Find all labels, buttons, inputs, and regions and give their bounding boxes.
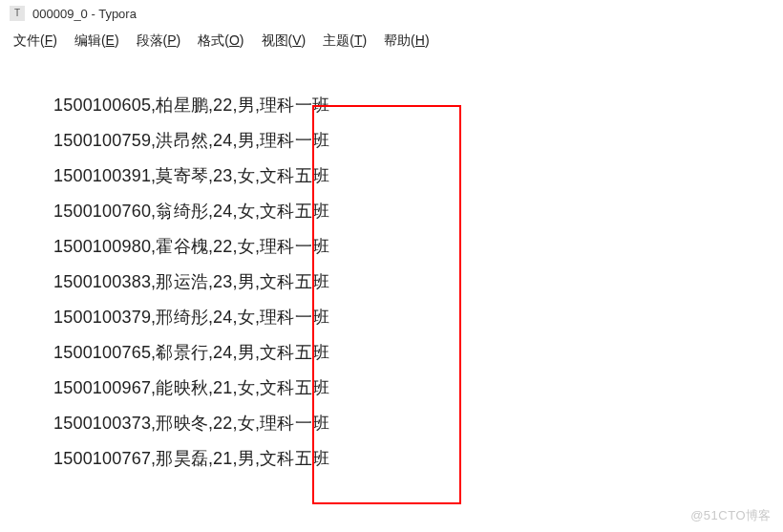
menubar: 文件(F) 编辑(E) 段落(P) 格式(O) 视图(V) 主题(T) 帮助(H… <box>0 27 783 59</box>
menu-file[interactable]: 文件(F) <box>13 32 57 50</box>
text-line[interactable]: 1500100767,那昊磊,21,男,文科五班 <box>53 441 783 477</box>
menu-edit[interactable]: 编辑(E) <box>74 32 119 50</box>
text-line[interactable]: 1500100765,郗景行,24,男,文科五班 <box>53 335 783 371</box>
menu-view[interactable]: 视图(V) <box>262 32 307 50</box>
editor-area[interactable]: 1500100605,柏星鹏,22,男,理科一班 1500100759,洪昂然,… <box>0 59 783 477</box>
text-line[interactable]: 1500100391,莫寄琴,23,女,文科五班 <box>53 159 783 194</box>
watermark: @51CTO博客 <box>690 507 772 524</box>
menu-help[interactable]: 帮助(H) <box>384 32 429 50</box>
menu-format[interactable]: 格式(O) <box>198 32 243 50</box>
text-line[interactable]: 1500100379,邢绮彤,24,女,理科一班 <box>53 300 783 335</box>
app-icon: T <box>10 6 25 21</box>
text-line[interactable]: 1500100980,霍谷槐,22,女,理科一班 <box>53 229 783 265</box>
text-line[interactable]: 1500100383,那运浩,23,男,文科五班 <box>53 265 783 300</box>
text-line[interactable]: 1500100967,能映秋,21,女,文科五班 <box>53 371 783 406</box>
text-line[interactable]: 1500100759,洪昂然,24,男,理科一班 <box>53 123 783 159</box>
window-title: 000009_0 - Typora <box>32 7 137 21</box>
menu-theme[interactable]: 主题(T) <box>323 32 367 50</box>
titlebar: T 000009_0 - Typora <box>0 0 783 27</box>
text-line[interactable]: 1500100760,翁绮彤,24,女,文科五班 <box>53 194 783 229</box>
menu-paragraph[interactable]: 段落(P) <box>137 32 181 50</box>
text-line[interactable]: 1500100373,邢映冬,22,女,理科一班 <box>53 406 783 441</box>
text-line[interactable]: 1500100605,柏星鹏,22,男,理科一班 <box>53 88 783 123</box>
